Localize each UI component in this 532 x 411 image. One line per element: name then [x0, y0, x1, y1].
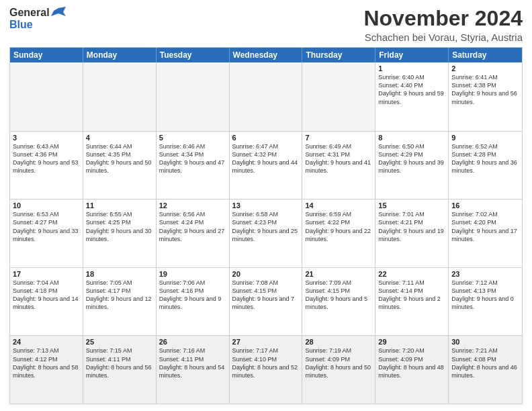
- logo-blue-text: Blue: [9, 19, 33, 31]
- calendar-cell: 6Sunrise: 6:47 AM Sunset: 4:32 PM Daylig…: [230, 132, 303, 199]
- cell-info: Sunrise: 6:44 AM Sunset: 4:35 PM Dayligh…: [86, 142, 153, 175]
- day-number: 11: [86, 201, 153, 210]
- cell-info: Sunrise: 6:41 AM Sunset: 4:38 PM Dayligh…: [451, 73, 519, 106]
- header-day-friday: Friday: [375, 48, 449, 62]
- day-number: 25: [86, 338, 153, 346]
- calendar-cell: 9Sunrise: 6:52 AM Sunset: 4:28 PM Daylig…: [449, 132, 522, 199]
- calendar-cell: 12Sunrise: 6:56 AM Sunset: 4:24 PM Dayli…: [157, 199, 230, 267]
- day-number: 17: [13, 270, 80, 278]
- cell-info: Sunrise: 6:58 AM Sunset: 4:23 PM Dayligh…: [232, 210, 300, 243]
- header-day-wednesday: Wednesday: [230, 48, 303, 62]
- cell-info: Sunrise: 6:52 AM Sunset: 4:28 PM Dayligh…: [451, 142, 519, 175]
- cell-info: Sunrise: 7:13 AM Sunset: 4:12 PM Dayligh…: [13, 347, 80, 379]
- calendar-cell: 2Sunrise: 6:41 AM Sunset: 4:38 PM Daylig…: [449, 62, 522, 131]
- calendar-cell: 15Sunrise: 7:01 AM Sunset: 4:21 PM Dayli…: [375, 199, 449, 267]
- header: General Blue November 2024 Schachen bei …: [9, 7, 523, 43]
- cell-info: Sunrise: 7:12 AM Sunset: 4:13 PM Dayligh…: [451, 279, 519, 312]
- calendar-cell: 22Sunrise: 7:11 AM Sunset: 4:14 PM Dayli…: [375, 268, 449, 336]
- day-number: 22: [378, 270, 445, 278]
- header-day-thursday: Thursday: [302, 48, 375, 62]
- calendar-cell: [230, 62, 303, 131]
- header-day-saturday: Saturday: [449, 48, 522, 62]
- day-number: 2: [451, 64, 519, 73]
- cell-info: Sunrise: 7:04 AM Sunset: 4:18 PM Dayligh…: [13, 279, 80, 312]
- calendar-row-5: 24Sunrise: 7:13 AM Sunset: 4:12 PM Dayli…: [10, 335, 522, 404]
- day-number: 16: [451, 201, 519, 210]
- day-number: 9: [451, 134, 519, 142]
- calendar-cell: 5Sunrise: 6:46 AM Sunset: 4:34 PM Daylig…: [157, 132, 230, 199]
- calendar-row-1: 1Sunrise: 6:40 AM Sunset: 4:40 PM Daylig…: [10, 62, 522, 131]
- calendar-cell: 19Sunrise: 7:06 AM Sunset: 4:16 PM Dayli…: [157, 268, 230, 336]
- calendar-cell: 26Sunrise: 7:16 AM Sunset: 4:11 PM Dayli…: [157, 336, 230, 404]
- cell-info: Sunrise: 6:50 AM Sunset: 4:29 PM Dayligh…: [378, 142, 445, 175]
- calendar-cell: 14Sunrise: 6:59 AM Sunset: 4:22 PM Dayli…: [302, 199, 375, 267]
- day-number: 12: [159, 201, 226, 210]
- calendar-cell: 30Sunrise: 7:21 AM Sunset: 4:08 PM Dayli…: [449, 336, 522, 404]
- day-number: 24: [13, 338, 80, 346]
- cell-info: Sunrise: 7:06 AM Sunset: 4:16 PM Dayligh…: [159, 279, 226, 312]
- cell-info: Sunrise: 7:17 AM Sunset: 4:10 PM Dayligh…: [232, 347, 300, 379]
- location-subtitle: Schachen bei Vorau, Styria, Austria: [363, 32, 523, 43]
- header-day-monday: Monday: [83, 48, 157, 62]
- calendar-cell: 25Sunrise: 7:15 AM Sunset: 4:11 PM Dayli…: [83, 336, 157, 404]
- calendar-cell: [10, 62, 83, 131]
- calendar-cell: 8Sunrise: 6:50 AM Sunset: 4:29 PM Daylig…: [375, 132, 449, 199]
- day-number: 13: [232, 201, 300, 210]
- calendar-cell: [83, 62, 157, 131]
- logo: General Blue: [9, 7, 66, 31]
- calendar-cell: 17Sunrise: 7:04 AM Sunset: 4:18 PM Dayli…: [10, 268, 83, 336]
- day-number: 10: [13, 201, 80, 210]
- logo-general-text: General: [9, 7, 50, 19]
- cell-info: Sunrise: 7:15 AM Sunset: 4:11 PM Dayligh…: [86, 347, 153, 379]
- calendar-row-3: 10Sunrise: 6:53 AM Sunset: 4:27 PM Dayli…: [10, 199, 522, 267]
- cell-info: Sunrise: 7:11 AM Sunset: 4:14 PM Dayligh…: [378, 279, 445, 312]
- cell-info: Sunrise: 7:16 AM Sunset: 4:11 PM Dayligh…: [159, 347, 226, 379]
- cell-info: Sunrise: 6:43 AM Sunset: 4:36 PM Dayligh…: [13, 142, 80, 175]
- day-number: 5: [159, 134, 226, 142]
- cell-info: Sunrise: 6:40 AM Sunset: 4:40 PM Dayligh…: [378, 73, 445, 106]
- day-number: 14: [305, 201, 372, 210]
- calendar-row-2: 3Sunrise: 6:43 AM Sunset: 4:36 PM Daylig…: [10, 131, 522, 199]
- day-number: 20: [232, 270, 300, 278]
- calendar-cell: 21Sunrise: 7:09 AM Sunset: 4:15 PM Dayli…: [302, 268, 375, 336]
- cell-info: Sunrise: 7:05 AM Sunset: 4:17 PM Dayligh…: [86, 279, 153, 312]
- cell-info: Sunrise: 7:19 AM Sunset: 4:09 PM Dayligh…: [305, 347, 372, 379]
- calendar-body: 1Sunrise: 6:40 AM Sunset: 4:40 PM Daylig…: [10, 62, 522, 404]
- cell-info: Sunrise: 7:09 AM Sunset: 4:15 PM Dayligh…: [305, 279, 372, 312]
- calendar-cell: 13Sunrise: 6:58 AM Sunset: 4:23 PM Dayli…: [230, 199, 303, 267]
- month-year-title: November 2024: [363, 7, 523, 30]
- cell-info: Sunrise: 7:21 AM Sunset: 4:08 PM Dayligh…: [451, 347, 519, 379]
- calendar-cell: 18Sunrise: 7:05 AM Sunset: 4:17 PM Dayli…: [83, 268, 157, 336]
- title-section: November 2024 Schachen bei Vorau, Styria…: [363, 7, 523, 43]
- calendar-cell: 16Sunrise: 7:02 AM Sunset: 4:20 PM Dayli…: [449, 199, 522, 267]
- cell-info: Sunrise: 6:59 AM Sunset: 4:22 PM Dayligh…: [305, 210, 372, 243]
- day-number: 27: [232, 338, 300, 346]
- day-number: 29: [378, 338, 445, 346]
- header-day-tuesday: Tuesday: [157, 48, 230, 62]
- cell-info: Sunrise: 6:56 AM Sunset: 4:24 PM Dayligh…: [159, 210, 226, 243]
- cell-info: Sunrise: 7:02 AM Sunset: 4:20 PM Dayligh…: [451, 210, 519, 243]
- cell-info: Sunrise: 7:08 AM Sunset: 4:15 PM Dayligh…: [232, 279, 300, 312]
- calendar-row-4: 17Sunrise: 7:04 AM Sunset: 4:18 PM Dayli…: [10, 267, 522, 336]
- calendar-cell: 24Sunrise: 7:13 AM Sunset: 4:12 PM Dayli…: [10, 336, 83, 404]
- cell-info: Sunrise: 6:53 AM Sunset: 4:27 PM Dayligh…: [13, 210, 80, 243]
- day-number: 23: [451, 270, 519, 278]
- day-number: 15: [378, 201, 445, 210]
- day-number: 6: [232, 134, 300, 142]
- logo-bird-icon: [51, 7, 66, 19]
- calendar-cell: 4Sunrise: 6:44 AM Sunset: 4:35 PM Daylig…: [83, 132, 157, 199]
- calendar-cell: 3Sunrise: 6:43 AM Sunset: 4:36 PM Daylig…: [10, 132, 83, 199]
- cell-info: Sunrise: 6:46 AM Sunset: 4:34 PM Dayligh…: [159, 142, 226, 175]
- calendar-header: SundayMondayTuesdayWednesdayThursdayFrid…: [10, 48, 522, 62]
- day-number: 30: [451, 338, 519, 346]
- calendar-cell: 11Sunrise: 6:55 AM Sunset: 4:25 PM Dayli…: [83, 199, 157, 267]
- cell-info: Sunrise: 6:49 AM Sunset: 4:31 PM Dayligh…: [305, 142, 372, 175]
- day-number: 8: [378, 134, 445, 142]
- calendar-cell: [157, 62, 230, 131]
- calendar-cell: [302, 62, 375, 131]
- calendar-cell: 27Sunrise: 7:17 AM Sunset: 4:10 PM Dayli…: [230, 336, 303, 404]
- calendar-cell: 7Sunrise: 6:49 AM Sunset: 4:31 PM Daylig…: [302, 132, 375, 199]
- calendar-cell: 29Sunrise: 7:20 AM Sunset: 4:09 PM Dayli…: [375, 336, 449, 404]
- cell-info: Sunrise: 7:20 AM Sunset: 4:09 PM Dayligh…: [378, 347, 445, 379]
- cell-info: Sunrise: 6:47 AM Sunset: 4:32 PM Dayligh…: [232, 142, 300, 175]
